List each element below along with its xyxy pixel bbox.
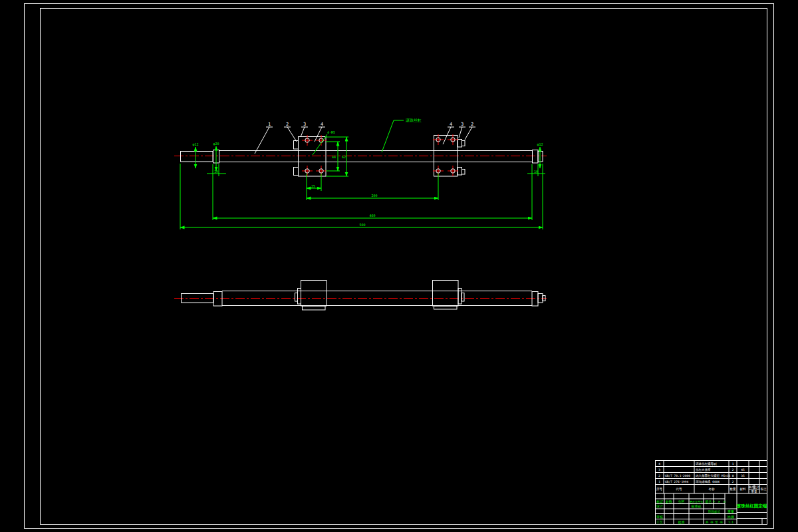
dim-nut-outer: 62 xyxy=(342,155,346,159)
label-check: 审核 xyxy=(656,515,663,519)
callout-numbers: 1 2 3 4 4 3 2 xyxy=(268,122,473,127)
label-sign: 签名 xyxy=(706,499,712,504)
bom-row: 3 丝杠支撑座 2 45 xyxy=(658,468,745,472)
bom-row: 2 GB/T 70.1-2000 内六角圆柱头螺钉 M5×16 8 35 xyxy=(658,473,745,478)
dim-nut-inner: 44 xyxy=(332,155,336,159)
dim-overall: 500 xyxy=(359,223,365,227)
dimension-lines xyxy=(180,120,545,229)
dimension-texts: φ12 φ20 10 φ12 10 25 200 460 500 44 62 4… xyxy=(192,118,543,227)
bom-cell-qty: 1 xyxy=(732,462,734,466)
bom-cell-no: 2 xyxy=(658,474,660,477)
dim-block-span: 200 xyxy=(371,194,377,198)
bom-cell-no: 4 xyxy=(658,462,660,466)
dim-left-end-dia: φ12 xyxy=(192,142,198,147)
bom-header-code: 代号 xyxy=(676,487,683,491)
bom-cell-qty: 2 xyxy=(732,480,734,483)
bom-cell-material: 45 xyxy=(741,468,745,471)
label-count: 处数 xyxy=(666,499,672,504)
bom-cell-name: 滚珠丝杠螺母副 xyxy=(696,462,717,466)
label-date: 年、月、日 xyxy=(713,500,726,503)
dim-right-collar-len: 10 xyxy=(534,170,538,174)
bom-cell-qty: 8 xyxy=(732,474,734,477)
callout-4: 4 xyxy=(321,122,323,127)
dim-shoulder-span: 460 xyxy=(369,213,375,217)
title-block-labels: 标记 处数 分区 更改文件号 签名 年、月、日 设计 标准化 审核 工艺 批准 … xyxy=(656,499,767,525)
label-approve: 批准 xyxy=(678,520,685,525)
label-file: 更改文件号 xyxy=(690,500,703,503)
bom-header-no: 序号 xyxy=(656,487,663,491)
title-block: 序号 代号 名称 数量 材料 单件 总计 重量 备注 4 滚珠丝杠螺母副 1 3… xyxy=(656,461,767,525)
label-process: 工艺 xyxy=(656,520,663,524)
bom-cell-code: GB/T 276-1994 xyxy=(665,480,689,483)
bom-cell-code: GB/T 70.1-2000 xyxy=(665,474,690,477)
sheet-label: 共 张 第 张 xyxy=(706,521,724,524)
callout-right-2: 2 xyxy=(471,122,473,127)
bom-cell-no: 3 xyxy=(658,468,660,471)
drawing-title: 滚珠丝杠固定端 xyxy=(736,503,767,509)
bom-cell-name: 丝杠支撑座 xyxy=(696,468,711,472)
callout-3: 3 xyxy=(303,122,306,127)
drawing-frame xyxy=(25,4,774,529)
label-design: 设计 xyxy=(656,504,663,508)
bom-header-qty: 数量 xyxy=(730,487,737,491)
bom-header-total: 总计 xyxy=(753,485,761,489)
label-scale: 比例 xyxy=(728,515,734,519)
screw-label: 滚珠丝杠 xyxy=(406,118,422,122)
bom-cell-qty: 2 xyxy=(732,468,734,471)
right-block-bottom xyxy=(433,281,465,310)
bom-cell-no: 1 xyxy=(658,480,660,483)
drawing-sheet: φ12 φ20 10 φ12 10 25 200 460 500 44 62 4… xyxy=(0,0,798,532)
bom-cell-material: 35 xyxy=(741,474,745,477)
label-weight: 重量 xyxy=(728,509,734,513)
label-stage: 阶段标记 xyxy=(708,509,721,514)
dim-left-collar-len: 10 xyxy=(214,170,218,174)
bolt-holes xyxy=(302,134,458,176)
bom-header-note: 备注 xyxy=(761,487,767,491)
bom-header-name: 名称 xyxy=(709,487,716,491)
callout-right-3: 3 xyxy=(461,122,464,127)
callout-1: 1 xyxy=(268,122,271,127)
bom-row: 1 GB/T 276-1994 深沟球轴承 6004 2 xyxy=(658,479,734,483)
dim-hole-span: 25 xyxy=(311,184,315,188)
shaft-outline xyxy=(181,150,543,164)
bom-header-material: 材料 xyxy=(739,487,747,491)
thread-note: 4-M5 xyxy=(327,130,335,134)
scale-value: 1:1 xyxy=(728,521,733,524)
title-block-grid xyxy=(656,461,767,525)
label-standard: 标准化 xyxy=(691,504,702,509)
bom-header-weight: 重量 xyxy=(751,489,758,493)
bom-cell-name: 内六角圆柱头螺钉 M5×16 xyxy=(696,473,731,478)
bom-cell-name: 深沟球轴承 6004 xyxy=(696,479,720,483)
callout-2: 2 xyxy=(286,122,289,127)
bom-row: 4 滚珠丝杠螺母副 1 xyxy=(658,462,734,466)
cad-canvas[interactable]: φ12 φ20 10 φ12 10 25 200 460 500 44 62 4… xyxy=(0,0,798,532)
dim-right-end-dia: φ12 xyxy=(537,142,543,147)
bottom-view xyxy=(174,281,547,311)
callout-right-4: 4 xyxy=(450,122,452,127)
label-zone: 分区 xyxy=(678,499,685,503)
label-mark: 标记 xyxy=(656,499,663,504)
dim-left-collar-dia: φ20 xyxy=(213,142,219,146)
top-view: φ12 φ20 10 φ12 10 25 200 460 500 44 62 4… xyxy=(174,118,547,229)
callout-leaders xyxy=(255,127,475,154)
